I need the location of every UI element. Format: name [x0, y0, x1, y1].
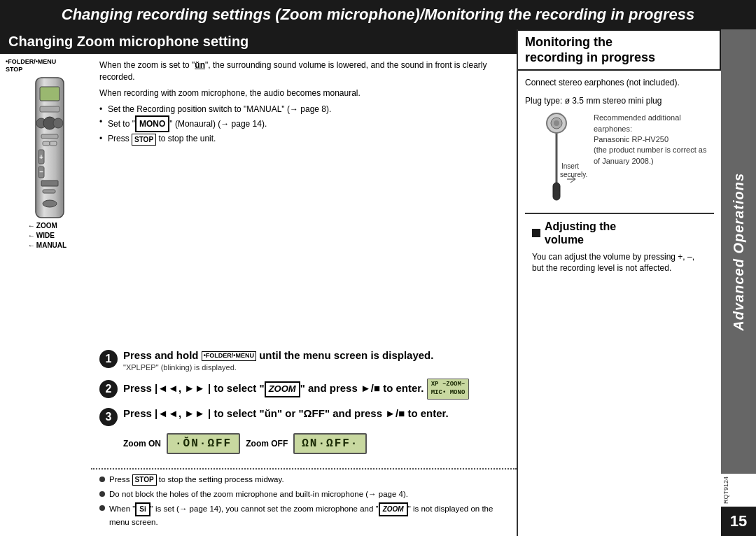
- step-1: 1 Press and hold •FOLDER/•MENU until the…: [99, 348, 508, 372]
- bottom-bullet-3: When "Si" is set (→ page 14), you cannot…: [99, 502, 508, 528]
- step-2-content: Press |◄◄, ►► | to select "ZOOM" and pre…: [123, 379, 508, 399]
- prerequisite-bullets: Set the Recording position switch to "MA…: [99, 103, 508, 145]
- zoom-box-2: ZOOM: [379, 502, 408, 516]
- wide-label: ← WIDE: [28, 231, 66, 241]
- volume-section: Adjusting the volume You can adjust the …: [525, 213, 714, 280]
- zoom-selector-labels: ← ZOOM ← WIDE ← MANUAL: [28, 221, 66, 251]
- monitoring-text-1: Connect stereo earphones (not included).: [525, 76, 714, 89]
- right-header-title-1: Monitoring the: [525, 35, 713, 50]
- intro-section: When the zoom is set to "ŭn", the surrou…: [91, 54, 517, 343]
- stop-icon-2: STOP: [132, 474, 157, 486]
- volume-header: Adjusting the volume: [532, 220, 707, 246]
- right-section-header: Monitoring the recording in progress: [518, 29, 721, 71]
- page-number-box: 15: [721, 507, 756, 536]
- step-1-content: Press and hold •FOLDER/•MENU until the m…: [123, 348, 508, 372]
- svg-rect-2: [40, 106, 59, 112]
- lcd-zoom-off: ΩN·ΩFF·: [293, 433, 367, 454]
- monitoring-text-2: Plug type: ø 3.5 mm stereo mini plug: [525, 94, 714, 107]
- steps-area: 1 Press and hold •FOLDER/•MENU until the…: [91, 343, 517, 464]
- bottom-bullets: Press STOP to stop the setting process m…: [91, 474, 517, 536]
- recorder-svg: + –: [23, 74, 69, 235]
- wide-arrow-icon: ←: [28, 231, 35, 241]
- bottom-bullet-1-text: Press STOP to stop the setting process m…: [109, 474, 284, 486]
- circle-bullet-icon-3: [99, 505, 105, 511]
- zoom-label: ← ZOOM: [28, 221, 66, 231]
- right-section: Monitoring the recording in progress Con…: [518, 29, 721, 536]
- circle-bullet-icon-2: [99, 491, 105, 497]
- svg-text:securely.: securely.: [560, 171, 587, 178]
- svg-text:Insert: Insert: [561, 162, 579, 170]
- bullet-item-2: Set to "MONO" (Monaural) (→ page 14).: [99, 115, 508, 132]
- right-header-title-2: recording in progress: [525, 50, 713, 66]
- xp-mic-display: XP –ZOOM– MIC• MONO: [427, 379, 470, 399]
- volume-title: Adjusting the volume: [545, 220, 616, 246]
- bullet-item-3: Press STOP to stop the unit.: [99, 132, 508, 145]
- svg-text:–: –: [39, 168, 43, 176]
- left-body: •FOLDER/•MENU STOP: [0, 54, 517, 536]
- bottom-bullet-2-text: Do not block the holes of the zoom micro…: [109, 488, 408, 500]
- manual-arrow-icon: ←: [28, 241, 35, 251]
- side-label-col: Advanced Operations RQT9124 15: [721, 29, 756, 536]
- svg-text:Ω: Ω: [553, 188, 560, 199]
- step-2: 2 Press |◄◄, ►► | to select "ZOOM" and p…: [99, 379, 508, 399]
- zoom-off-label: Zoom OFF: [246, 439, 288, 449]
- step-3-number: 3: [99, 408, 118, 426]
- display-line-2: MIC• MONO: [431, 389, 465, 397]
- left-section-header: Changing Zoom microphone setting: [0, 29, 517, 54]
- step-3-text: Press |◄◄, ►► | to select "ŭn" or "ΩFF" …: [123, 407, 508, 421]
- intro-text-1: When the zoom is set to "ŭn", the surrou…: [99, 59, 508, 83]
- zoom-on-label: Zoom ON: [123, 439, 161, 449]
- lcd-zoom-on: ·ŎN·ΩFF: [167, 433, 240, 454]
- svg-line-25: [570, 179, 575, 183]
- left-main-content: When the zoom is set to "ŭn", the surrou…: [91, 54, 517, 536]
- bottom-bullet-3-text: When "Si" is set (→ page 14), you cannot…: [109, 502, 508, 528]
- folder-menu-button-icon: •FOLDER/•MENU: [202, 351, 256, 361]
- black-square-icon: [532, 229, 540, 237]
- svg-text:+: +: [39, 153, 43, 161]
- step-1-text: Press and hold •FOLDER/•MENU until the m…: [123, 348, 508, 362]
- left-section: Changing Zoom microphone setting •FOLDER…: [0, 29, 518, 536]
- step-3-content: Press |◄◄, ►► | to select "ŭn" or "ΩFF" …: [123, 407, 508, 421]
- manual-label: ← MANUAL: [28, 241, 66, 251]
- zoom-arrow-icon: ←: [28, 221, 35, 231]
- svg-rect-1: [40, 87, 59, 101]
- circle-bullet-icon: [99, 477, 105, 482]
- earphone-svg: Insert securely. Ω: [525, 113, 588, 204]
- svg-point-15: [43, 200, 57, 207]
- recommended-text-block: Recommended additional earphones: Panaso…: [594, 113, 714, 167]
- recommended-label: Recommended additional earphones:: [594, 113, 714, 134]
- content-area: Changing Zoom microphone setting •FOLDER…: [0, 29, 756, 536]
- svg-rect-7: [43, 141, 50, 146]
- volume-title-line1: Adjusting the: [545, 220, 616, 233]
- zoom-box-label: ZOOM: [265, 381, 300, 397]
- step-2-text: Press |◄◄, ►► | to select "ZOOM" and pre…: [123, 379, 508, 399]
- rqt-number: RQT9124: [721, 474, 756, 507]
- earphone-illustration: Insert securely. Ω: [525, 113, 588, 206]
- bullet-item-1: Set the Recording position switch to "MA…: [99, 103, 508, 115]
- volume-title-line2: volume: [545, 233, 616, 246]
- bottom-bullet-1: Press STOP to stop the setting process m…: [99, 474, 508, 486]
- advanced-ops-label-col: Advanced Operations: [721, 29, 756, 474]
- svg-rect-14: [43, 190, 55, 193]
- step-1-number: 1: [99, 350, 118, 368]
- device-column: •FOLDER/•MENU STOP: [0, 54, 91, 536]
- advanced-ops-label: Advanced Operations: [731, 173, 747, 331]
- earphone-area: Insert securely. Ω Recommended additiona…: [525, 113, 714, 206]
- intro-text-2: When recording with zoom microphone, the…: [99, 87, 508, 99]
- svg-rect-13: [41, 181, 58, 186]
- right-body: Connect stereo earphones (not included).…: [518, 71, 721, 536]
- svg-rect-6: [41, 134, 58, 139]
- step-3: 3 Press |◄◄, ►► | to select "ŭn" or "ΩFF…: [99, 407, 508, 426]
- stop-label-top: STOP: [6, 66, 22, 73]
- stop-button-icon: STOP: [132, 134, 156, 146]
- volume-text: You can adjust the volume by pressing +,…: [532, 251, 707, 275]
- dotted-separator: [91, 468, 517, 470]
- step-1-sub: "XPLPEP" (blinking) is displayed.: [123, 363, 508, 372]
- page-wrapper: Changing recording settings (Zoom microp…: [0, 0, 756, 536]
- bottom-bullet-2: Do not block the holes of the zoom micro…: [99, 488, 508, 500]
- folder-menu-label: •FOLDER/•MENU: [6, 58, 56, 65]
- svg-point-20: [554, 120, 559, 126]
- svg-point-5: [53, 118, 63, 128]
- step-2-number: 2: [99, 380, 118, 398]
- si-box: Si: [135, 502, 150, 516]
